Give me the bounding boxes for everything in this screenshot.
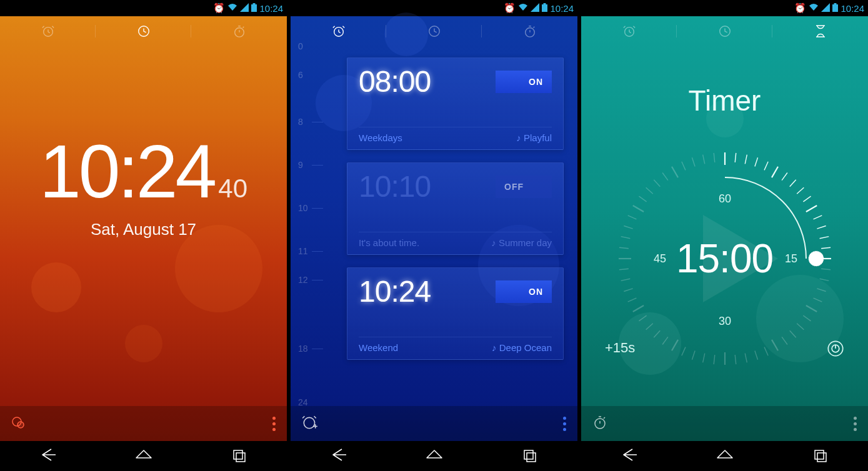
- alarm-card[interactable]: 10:10 OFF It's about time. Summer day: [347, 162, 564, 255]
- nav-home-button[interactable]: [716, 445, 734, 467]
- dial-label-60: 60: [718, 192, 731, 205]
- alarm-timeline: 0 6 8 9 10 11 12 18 24: [298, 46, 323, 406]
- alarm-card[interactable]: 10:24 ON Weekend Deep Ocean: [347, 267, 564, 360]
- dial-label-15: 15: [784, 252, 797, 265]
- timeline-label: 11: [298, 246, 308, 256]
- svg-rect-86: [817, 453, 826, 462]
- dial-label-45: 45: [653, 252, 666, 265]
- svg-line-63: [702, 155, 704, 164]
- tab-clock[interactable]: [677, 16, 772, 46]
- tab-bar: [581, 16, 868, 46]
- alarm-toggle[interactable]: OFF: [496, 176, 552, 198]
- svg-rect-85: [815, 450, 824, 459]
- svg-rect-9: [542, 4, 547, 12]
- nav-home-button[interactable]: [425, 445, 444, 467]
- nav-back-button[interactable]: [329, 445, 348, 467]
- overflow-menu-button[interactable]: [563, 417, 566, 431]
- stopwatch-mode-button[interactable]: [592, 415, 607, 432]
- alarm-content[interactable]: 0 6 8 9 10 11 12 18 24 08:00 ON Weekdays…: [291, 46, 577, 406]
- svg-line-72: [789, 180, 796, 187]
- battery-icon: [251, 3, 257, 14]
- svg-line-55: [632, 206, 643, 212]
- svg-rect-10: [544, 3, 546, 4]
- timeline-label: 9: [298, 160, 303, 170]
- status-bar: ⏰ 10:24: [291, 0, 577, 16]
- alarm-repeat-label: Weekdays: [359, 132, 402, 143]
- signal-icon: [531, 3, 539, 14]
- svg-line-42: [654, 330, 660, 337]
- timeline-label: 6: [298, 70, 303, 80]
- nav-back-button[interactable]: [620, 445, 639, 467]
- nav-recent-button[interactable]: [521, 445, 539, 467]
- svg-point-6: [17, 422, 24, 428]
- svg-line-27: [797, 324, 804, 330]
- nav-home-button[interactable]: [134, 445, 153, 467]
- svg-line-76: [813, 216, 822, 219]
- svg-line-74: [803, 196, 811, 202]
- svg-line-57: [646, 187, 652, 194]
- alarm-sound-label: Deep Ocean: [492, 342, 552, 353]
- alarm-status-icon: ⏰: [504, 2, 516, 14]
- nav-bar: [581, 441, 868, 471]
- action-bar: [291, 406, 577, 441]
- svg-line-43: [646, 324, 652, 330]
- tab-stopwatch[interactable]: [482, 16, 577, 46]
- overflow-menu-button[interactable]: [272, 417, 276, 431]
- svg-line-24: [813, 298, 822, 302]
- alarm-repeat-label: Weekend: [359, 342, 398, 353]
- svg-line-62: [692, 157, 695, 166]
- alarm-toggle[interactable]: ON: [496, 280, 552, 303]
- svg-line-22: [819, 279, 829, 280]
- nav-recent-button[interactable]: [811, 445, 830, 467]
- svg-point-14: [304, 417, 314, 428]
- overflow-menu-button[interactable]: [854, 417, 857, 431]
- theme-button[interactable]: [11, 415, 26, 432]
- timeline-label: 0: [298, 41, 303, 51]
- signal-icon: [240, 3, 249, 14]
- svg-line-67: [745, 155, 747, 164]
- svg-line-71: [782, 172, 787, 180]
- timeline-label: 8: [298, 117, 303, 127]
- svg-line-66: [735, 153, 736, 162]
- svg-line-46: [627, 298, 636, 302]
- svg-line-51: [619, 247, 628, 249]
- svg-line-68: [754, 157, 757, 166]
- nav-recent-button[interactable]: [230, 445, 249, 467]
- alarm-toggle[interactable]: ON: [496, 71, 552, 93]
- action-bar: [0, 406, 287, 441]
- svg-line-52: [621, 237, 630, 239]
- timer-sound-button[interactable]: [827, 340, 844, 361]
- action-bar: [581, 406, 868, 441]
- svg-line-45: [632, 305, 643, 312]
- add-alarm-button[interactable]: [302, 414, 318, 433]
- timer-quick-add-button[interactable]: +15s: [605, 340, 635, 361]
- status-bar: ⏰ 10:24: [581, 0, 868, 16]
- tab-clock[interactable]: [386, 16, 482, 46]
- clock-time: 10:24 40: [0, 134, 287, 209]
- tab-alarm[interactable]: [581, 16, 677, 46]
- nav-back-button[interactable]: [39, 445, 57, 467]
- clock-content: 10:24 40 Sat, August 17: [0, 46, 287, 406]
- timer-value: 15:00: [676, 236, 773, 282]
- tab-timer[interactable]: [772, 16, 868, 46]
- alarm-sound-label: Summer day: [491, 237, 552, 248]
- phone-timer: ⏰ 10:24 Timer 60 15 3: [581, 0, 868, 471]
- svg-rect-7: [234, 450, 242, 459]
- svg-line-48: [621, 279, 630, 280]
- svg-line-58: [654, 180, 660, 187]
- svg-rect-18: [834, 3, 837, 4]
- tab-clock[interactable]: [96, 16, 191, 46]
- svg-line-53: [624, 226, 632, 229]
- alarm-status-icon: ⏰: [794, 2, 806, 14]
- nav-bar: [0, 441, 287, 471]
- svg-line-64: [714, 153, 715, 162]
- tab-stopwatch[interactable]: [191, 16, 287, 46]
- alarm-card[interactable]: 08:00 ON Weekdays Playful: [347, 57, 564, 150]
- alarm-repeat-label: It's about time.: [359, 237, 419, 248]
- svg-line-28: [789, 330, 796, 337]
- svg-line-23: [817, 289, 826, 292]
- tab-alarm[interactable]: [291, 16, 386, 46]
- svg-rect-16: [527, 453, 536, 462]
- tab-alarm[interactable]: [0, 16, 96, 46]
- timeline-label: 18: [298, 344, 308, 354]
